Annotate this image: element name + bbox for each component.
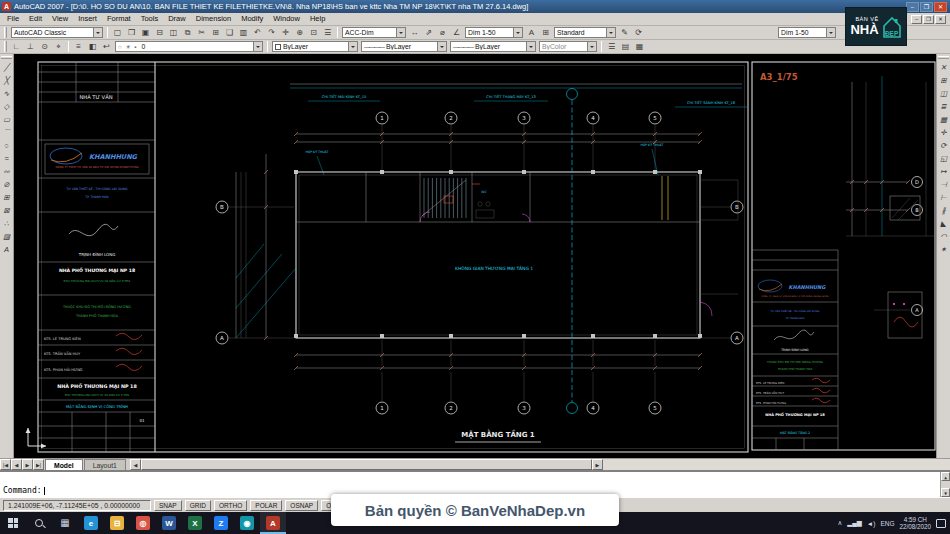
chevron-down-icon[interactable] bbox=[348, 42, 357, 51]
snap-endpoint-icon[interactable]: ∟ bbox=[10, 40, 23, 53]
taskbar-photos[interactable]: ◉ bbox=[234, 512, 260, 534]
toolbar-grip[interactable] bbox=[938, 56, 949, 59]
dim-linear-icon[interactable]: ↔ bbox=[408, 26, 421, 39]
hatch-icon[interactable]: ▨ bbox=[0, 230, 13, 243]
menu-item[interactable]: File bbox=[2, 13, 24, 25]
zoom-window-icon[interactable]: ⊡ bbox=[307, 26, 320, 39]
taskbar-excel[interactable]: X bbox=[182, 512, 208, 534]
match-properties-icon[interactable]: ▥ bbox=[237, 26, 250, 39]
dim-update-icon[interactable]: ⟳ bbox=[632, 26, 645, 39]
tab-nav-button[interactable]: ▶| bbox=[33, 459, 44, 470]
color-dropdown[interactable]: ByLayer bbox=[272, 41, 358, 52]
chamfer-icon[interactable]: ◣ bbox=[937, 217, 950, 230]
chevron-down-icon[interactable] bbox=[526, 42, 535, 51]
scroll-up-icon[interactable]: ▲ bbox=[941, 472, 950, 481]
close-button[interactable]: ✕ bbox=[934, 2, 947, 12]
menu-item[interactable]: Window bbox=[268, 13, 305, 25]
doc-minimize-button[interactable]: – bbox=[911, 15, 922, 24]
zoom-realtime-icon[interactable]: ⊕ bbox=[293, 26, 306, 39]
tool-palettes-icon[interactable]: ▦ bbox=[633, 40, 646, 53]
tab-model[interactable]: Model bbox=[45, 459, 83, 470]
insert-block-icon[interactable]: ⊞ bbox=[0, 191, 13, 204]
circle-icon[interactable]: ○ bbox=[0, 139, 13, 152]
menu-item[interactable]: Help bbox=[305, 13, 330, 25]
dim-style-dropdown[interactable]: ACC-Dim bbox=[342, 27, 406, 38]
horizontal-scrollbar[interactable]: ◀ ▶ bbox=[130, 459, 950, 470]
mirror-icon[interactable]: ◫ bbox=[937, 87, 950, 100]
ellipse-icon[interactable]: ⊘ bbox=[0, 178, 13, 191]
chevron-down-icon[interactable] bbox=[826, 28, 835, 37]
toolbar-grip[interactable] bbox=[1, 56, 12, 59]
chevron-down-icon[interactable] bbox=[93, 28, 102, 37]
snap-midpoint-icon[interactable]: ⊥ bbox=[24, 40, 37, 53]
cad-drawing[interactable]: NHÀ TƯ VẤN KHANHHUNG CÔNG TY TNHH TƯ VẤN… bbox=[14, 54, 936, 458]
fillet-icon[interactable]: ◠ bbox=[937, 230, 950, 243]
table-icon[interactable]: ⊞ bbox=[539, 26, 552, 39]
doc-close-button[interactable]: ✕ bbox=[935, 15, 946, 24]
toolbar-grip[interactable] bbox=[4, 41, 7, 52]
break-icon[interactable]: ∦ bbox=[937, 204, 950, 217]
save-icon[interactable]: ▣ bbox=[139, 26, 152, 39]
status-toggle-button[interactable]: POLAR bbox=[250, 500, 282, 511]
undo-icon[interactable]: ↶ bbox=[251, 26, 264, 39]
taskbar-file-explorer[interactable]: ⊟ bbox=[104, 512, 130, 534]
dim-radius-icon[interactable]: ⌀ bbox=[436, 26, 449, 39]
title-bar[interactable]: A AutoCAD 2007 - [D:\0. HO SO DU AN\10. … bbox=[0, 0, 950, 13]
properties-palette-icon[interactable]: ☰ bbox=[321, 26, 334, 39]
make-block-icon[interactable]: ⊠ bbox=[0, 204, 13, 217]
copy-icon[interactable]: ⊞ bbox=[937, 74, 950, 87]
command-prompt[interactable]: Command: bbox=[3, 486, 49, 495]
redo-icon[interactable]: ↷ bbox=[265, 26, 278, 39]
layer-dropdown[interactable]: ○ ☀ ▪ 0 bbox=[115, 41, 263, 52]
move-icon[interactable]: ✛ bbox=[937, 126, 950, 139]
tab-nav-button[interactable]: ◀ bbox=[11, 459, 22, 470]
scroll-down-icon[interactable]: ▼ bbox=[941, 488, 950, 497]
chevron-down-icon[interactable] bbox=[253, 42, 262, 51]
tray-expand-icon[interactable]: ∧ bbox=[837, 519, 842, 527]
rotate-icon[interactable]: ⟳ bbox=[937, 139, 950, 152]
text-style-dropdown[interactable]: Standard bbox=[554, 27, 616, 38]
dim-aligned-icon[interactable]: ⇗ bbox=[422, 26, 435, 39]
drawing-canvas[interactable]: NHÀ TƯ VẤN KHANHHUNG CÔNG TY TNHH TƯ VẤN… bbox=[14, 54, 936, 458]
erase-icon[interactable]: ✕ bbox=[937, 61, 950, 74]
doc-restore-button[interactable]: ❐ bbox=[923, 15, 934, 24]
taskbar-edge[interactable]: e bbox=[78, 512, 104, 534]
command-line-panel[interactable]: Command: ▲ ▼ bbox=[0, 470, 950, 497]
new-file-icon[interactable]: ▢ bbox=[111, 26, 124, 39]
menu-item[interactable]: Draw bbox=[163, 13, 191, 25]
linetype-dropdown[interactable]: ———— ByLayer bbox=[361, 41, 447, 52]
mtext-icon[interactable]: A bbox=[525, 26, 538, 39]
layer-properties-icon[interactable]: ≡ bbox=[72, 40, 85, 53]
volume-icon[interactable]: ◄) bbox=[867, 520, 876, 527]
pan-icon[interactable]: ✛ bbox=[279, 26, 292, 39]
task-view-button[interactable]: ▦ bbox=[52, 512, 78, 534]
revision-cloud-icon[interactable]: ≈ bbox=[0, 152, 13, 165]
language-indicator[interactable]: ENG bbox=[880, 520, 894, 527]
chevron-down-icon[interactable] bbox=[513, 28, 522, 37]
search-button[interactable] bbox=[26, 512, 52, 534]
paste-icon[interactable]: ❏ bbox=[223, 26, 236, 39]
point-icon[interactable]: ∴ bbox=[0, 217, 13, 230]
designcenter-icon[interactable]: ▤ bbox=[619, 40, 632, 53]
text-edit-icon[interactable]: ✎ bbox=[618, 26, 631, 39]
extend-icon[interactable]: ⊢ bbox=[937, 191, 950, 204]
cut-icon[interactable]: ✂ bbox=[195, 26, 208, 39]
plot-style-dropdown[interactable]: ByColor bbox=[539, 41, 597, 52]
layer-previous-icon[interactable]: ↩ bbox=[100, 40, 113, 53]
toolbar-grip[interactable] bbox=[4, 27, 7, 38]
clock[interactable]: 4:59 CH 22/08/2020 bbox=[899, 516, 931, 530]
status-toggle-button[interactable]: SNAP bbox=[154, 500, 182, 511]
explode-icon[interactable]: ✶ bbox=[937, 243, 950, 256]
multiline-text-icon[interactable]: A bbox=[0, 243, 13, 256]
open-file-icon[interactable]: ❒ bbox=[125, 26, 138, 39]
maximize-button[interactable]: ❐ bbox=[920, 2, 933, 12]
menu-item[interactable]: Modify bbox=[236, 13, 268, 25]
polygon-icon[interactable]: ◇ bbox=[0, 100, 13, 113]
tab-layout1[interactable]: Layout1 bbox=[84, 459, 126, 470]
network-icon[interactable]: ▂▄▆ bbox=[847, 519, 862, 527]
taskbar-word[interactable]: W bbox=[156, 512, 182, 534]
line-tool-icon[interactable]: ╱ bbox=[0, 61, 13, 74]
menu-item[interactable]: Edit bbox=[24, 13, 47, 25]
scroll-left-icon[interactable]: ◀ bbox=[130, 459, 141, 470]
menu-item[interactable]: Insert bbox=[73, 13, 102, 25]
